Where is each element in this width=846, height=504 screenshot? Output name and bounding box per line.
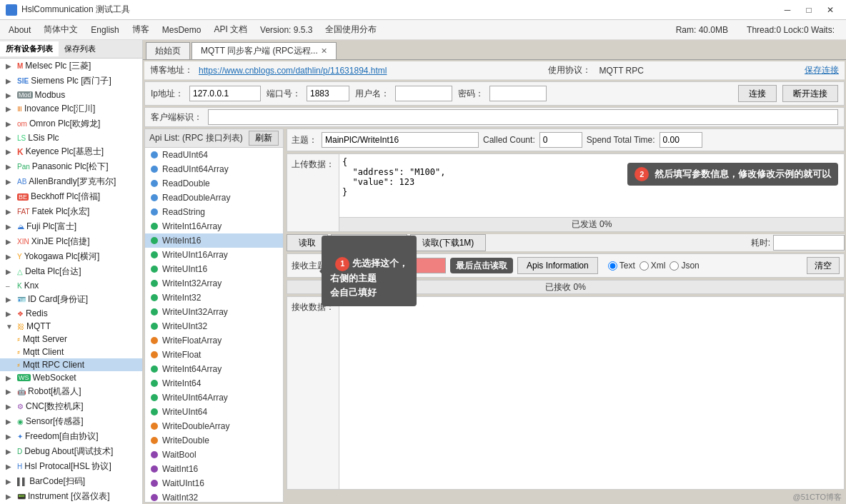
tree-item-allen[interactable]: ▶ AB AllenBrandly[罗克韦尔] [0, 174, 142, 189]
maximize-button[interactable]: □ [799, 3, 819, 17]
read-upload-1m-button[interactable]: 读取(上传1M) [331, 234, 407, 251]
tree-item-fuji[interactable]: ▶ ⛰ Fuji Plc[富士] [0, 219, 142, 234]
api-item[interactable]: WriteDouble [145, 433, 283, 448]
api-item[interactable]: ReadUInt64Array [145, 162, 283, 176]
subject-input[interactable] [322, 132, 479, 148]
tree-item-delta[interactable]: ▶ △ Delta Plc[台达] [0, 264, 142, 279]
tree-item-barcode[interactable]: ▶ ▌▌ BarCode[扫码] [0, 474, 142, 489]
radio-text[interactable]: Text [608, 261, 635, 271]
api-item[interactable]: ReadDoubleArray [145, 191, 283, 205]
api-item[interactable]: WriteUInt64Array [145, 390, 283, 405]
menu-english[interactable]: English [85, 23, 124, 37]
tree-item-redis[interactable]: ▶ ❖ Redis [0, 307, 142, 320]
tab-home[interactable]: 始始页 [146, 42, 190, 59]
ip-input[interactable] [189, 86, 261, 101]
tree-item-keyence[interactable]: ▶ K Keyence Plc[基恩士] [0, 144, 142, 159]
api-item[interactable]: WriteInt32 [145, 291, 283, 305]
tree-item-yokogawa[interactable]: ▶ Y Yokogawa Plc[横河] [0, 249, 142, 264]
called-count-input[interactable] [539, 132, 582, 148]
tree-item-instrument[interactable]: ▶ 📟 Instrument [仪器仪表] [0, 489, 142, 504]
tree-item-beckhoff[interactable]: ▶ BE Beckhoff Plc[倍福] [0, 189, 142, 204]
tree-item-mqtt-client[interactable]: ⸗ Mqtt Client [0, 346, 142, 358]
sidebar-tab-saved[interactable]: 保存列表 [59, 41, 101, 56]
recv-subject-input[interactable] [360, 258, 446, 273]
menu-mesdemo[interactable]: MesDemo [156, 23, 207, 37]
time-input[interactable] [773, 235, 845, 251]
tree-item-xinje[interactable]: ▶ XIN XinJE Plc[信捷] [0, 234, 142, 249]
api-item[interactable]: ReadDouble [145, 176, 283, 191]
tree-item-fatek[interactable]: ▶ FAT Fatek Plc[永宏] [0, 204, 142, 219]
tree-item-mqtt[interactable]: ▼ ⛓ MQTT [0, 320, 142, 333]
tree-item-freedom[interactable]: ▶ ✦ Freedom[自由协议] [0, 429, 142, 444]
radio-json[interactable]: Json [670, 261, 699, 271]
api-item[interactable]: WriteInt32Array [145, 276, 283, 291]
tab-close-icon[interactable]: ✕ [321, 46, 327, 56]
clear-button[interactable]: 清空 [807, 257, 840, 274]
radio-xml-input[interactable] [640, 261, 649, 271]
tree-item-mqtt-rpc[interactable]: ⸗ Mqtt RPC Client [0, 358, 142, 371]
tree-item-siemens[interactable]: ▶ SIE Siemens Plc [西门子] [0, 74, 142, 89]
save-connection-btn[interactable]: 保存连接 [805, 64, 839, 76]
api-item[interactable]: WriteUInt64 [145, 405, 283, 419]
apis-info-button[interactable]: Apis Information [517, 257, 598, 274]
api-item[interactable]: WriteInt64Array [145, 362, 283, 376]
tree-item-websocket[interactable]: ▶ WS WebSocket [0, 371, 142, 384]
tree-item-modbus[interactable]: ▶ Mod Modbus [0, 89, 142, 101]
tree-item-idcard[interactable]: ▶ 🪪 ID Card[身份证] [0, 292, 142, 307]
tree-item-robot[interactable]: ▶ 🤖 Robot[机器人] [0, 384, 142, 399]
api-item[interactable]: WriteInt64 [145, 376, 283, 390]
api-item[interactable]: ReadString [145, 205, 283, 219]
tree-item-panasonic[interactable]: ▶ Pan Panasonic Plc[松下] [0, 159, 142, 174]
client-id-input[interactable] [208, 109, 838, 125]
tree-item-mqtt-server[interactable]: ⸗ Mqtt Server [0, 333, 142, 346]
tree-item-melsec[interactable]: ▶ M Melsec Plc [三菱] [0, 59, 142, 74]
menu-blog[interactable]: 博客 [126, 21, 155, 38]
port-input[interactable] [307, 86, 349, 101]
api-item[interactable]: WriteFloat [145, 348, 283, 362]
minimize-button[interactable]: ─ [777, 3, 797, 17]
blog-url[interactable]: https://www.cnblogs.com/dathlin/p/116318… [199, 66, 387, 76]
api-item[interactable]: WriteDoubleArray [145, 419, 283, 433]
api-item[interactable]: WriteFloatArray [145, 333, 283, 348]
api-item[interactable]: WriteUInt32Array [145, 305, 283, 319]
disconnect-button[interactable]: 断开连接 [782, 85, 838, 102]
sidebar-tab-all[interactable]: 所有设备列表 [0, 41, 59, 56]
api-item-writeint16[interactable]: WriteInt16 [145, 233, 283, 248]
menu-chinese[interactable]: 简体中文 [38, 21, 84, 38]
pass-input[interactable] [489, 86, 547, 101]
menu-distribution[interactable]: 全国使用分布 [319, 21, 382, 38]
tab-mqtt[interactable]: MQTT 同步客户端 (RPC远程... ✕ [191, 42, 337, 59]
api-refresh-button[interactable]: 刷新 [249, 131, 279, 146]
api-item[interactable]: WriteInt16Array [145, 219, 283, 233]
tree-item-lsis[interactable]: ▶ LS LSis Plc [0, 131, 142, 144]
menu-about[interactable]: About [3, 23, 36, 37]
radio-text-input[interactable] [608, 261, 617, 271]
tree-item-omron[interactable]: ▶ om Omron Plc[欧姆龙] [0, 116, 142, 131]
close-button[interactable]: ✕ [820, 3, 840, 17]
radio-json-input[interactable] [670, 261, 679, 271]
api-item[interactable]: WaitUInt16 [145, 476, 283, 490]
upload-textarea[interactable]: { "address": "M100", "value": 123 } [339, 154, 844, 217]
menu-apidoc[interactable]: API 文档 [208, 21, 253, 38]
spend-time-input[interactable] [660, 132, 702, 148]
expand-icon: ▶ [6, 77, 16, 85]
connect-button[interactable]: 连接 [738, 85, 777, 102]
read-download-1m-button[interactable]: 读取(下载1M) [410, 234, 487, 251]
tree-item-cnc[interactable]: ▶ ⚙ CNC[数控机床] [0, 399, 142, 414]
api-item[interactable]: WriteUInt32 [145, 319, 283, 333]
radio-xml[interactable]: Xml [640, 261, 666, 271]
read-button[interactable]: 读取 [287, 234, 328, 251]
tree-item-inovance[interactable]: ▶ Ⅲ Inovance Plc[汇川] [0, 101, 142, 116]
tree-item-debug[interactable]: ▶ D Debug About[调试技术] [0, 444, 142, 459]
api-item[interactable]: WaitBool [145, 448, 283, 462]
tree-item-hsl[interactable]: ▶ H Hsl Protocal[HSL 协议] [0, 459, 142, 474]
api-item[interactable]: ReadUInt64 [145, 148, 283, 162]
api-item[interactable]: WaitInt32 [145, 490, 283, 502]
api-item[interactable]: WriteUInt16Array [145, 248, 283, 262]
recv-data-textarea[interactable] [339, 297, 844, 489]
tree-item-knx[interactable]: – K Knx [0, 279, 142, 292]
user-input[interactable] [395, 86, 452, 101]
api-item[interactable]: WaitInt16 [145, 462, 283, 476]
api-item[interactable]: WriteUInt16 [145, 262, 283, 276]
tree-item-sensor[interactable]: ▶ ◉ Sensor[传感器] [0, 414, 142, 429]
